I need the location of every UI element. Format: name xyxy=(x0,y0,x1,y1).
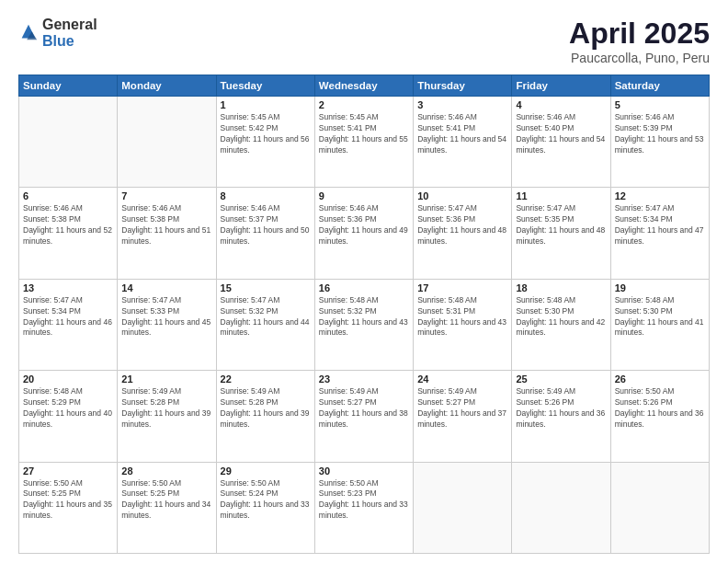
calendar-cell: 10Sunrise: 5:47 AM Sunset: 5:36 PM Dayli… xyxy=(414,188,512,279)
calendar-cell: 9Sunrise: 5:46 AM Sunset: 5:36 PM Daylig… xyxy=(314,188,413,279)
logo-general: General xyxy=(42,17,97,32)
day-info: Sunrise: 5:49 AM Sunset: 5:27 PM Dayligh… xyxy=(319,386,409,431)
calendar-cell: 23Sunrise: 5:49 AM Sunset: 5:27 PM Dayli… xyxy=(314,371,413,462)
day-number: 27 xyxy=(23,465,113,477)
day-info: Sunrise: 5:50 AM Sunset: 5:24 PM Dayligh… xyxy=(221,478,311,523)
calendar-week-3: 13Sunrise: 5:47 AM Sunset: 5:34 PM Dayli… xyxy=(19,279,710,370)
header-sunday: Sunday xyxy=(19,75,118,97)
calendar-cell xyxy=(414,462,512,553)
calendar-cell: 6Sunrise: 5:46 AM Sunset: 5:38 PM Daylig… xyxy=(19,188,118,279)
calendar-week-5: 27Sunrise: 5:50 AM Sunset: 5:25 PM Dayli… xyxy=(19,462,710,553)
day-number: 8 xyxy=(221,190,311,201)
day-number: 7 xyxy=(121,190,211,201)
day-number: 2 xyxy=(319,99,409,110)
day-info: Sunrise: 5:46 AM Sunset: 5:37 PM Dayligh… xyxy=(221,203,311,247)
calendar-cell: 8Sunrise: 5:46 AM Sunset: 5:37 PM Daylig… xyxy=(216,188,314,279)
calendar-cell: 14Sunrise: 5:47 AM Sunset: 5:33 PM Dayli… xyxy=(118,279,216,370)
calendar-cell: 3Sunrise: 5:46 AM Sunset: 5:41 PM Daylig… xyxy=(414,97,512,188)
calendar-cell: 26Sunrise: 5:50 AM Sunset: 5:26 PM Dayli… xyxy=(610,371,709,462)
day-info: Sunrise: 5:47 AM Sunset: 5:35 PM Dayligh… xyxy=(516,203,606,247)
calendar-cell: 24Sunrise: 5:49 AM Sunset: 5:27 PM Dayli… xyxy=(414,371,512,462)
day-number: 4 xyxy=(516,99,606,110)
calendar-cell xyxy=(610,462,709,553)
calendar-cell: 2Sunrise: 5:45 AM Sunset: 5:41 PM Daylig… xyxy=(314,97,413,188)
day-number: 28 xyxy=(121,465,211,477)
day-info: Sunrise: 5:48 AM Sunset: 5:31 PM Dayligh… xyxy=(417,295,507,339)
calendar-cell: 19Sunrise: 5:48 AM Sunset: 5:30 PM Dayli… xyxy=(610,279,709,370)
page: General Blue April 2025 Paucarcolla, Pun… xyxy=(0,0,728,563)
weekday-header-row: Sunday Monday Tuesday Wednesday Thursday… xyxy=(19,75,710,97)
day-number: 3 xyxy=(417,99,507,110)
day-number: 22 xyxy=(221,373,311,385)
calendar-cell: 15Sunrise: 5:47 AM Sunset: 5:32 PM Dayli… xyxy=(216,279,314,370)
calendar-cell xyxy=(512,462,610,553)
day-info: Sunrise: 5:46 AM Sunset: 5:39 PM Dayligh… xyxy=(615,112,705,156)
day-number: 21 xyxy=(121,373,211,385)
calendar-cell: 12Sunrise: 5:47 AM Sunset: 5:34 PM Dayli… xyxy=(610,188,709,279)
calendar-week-1: 1Sunrise: 5:45 AM Sunset: 5:42 PM Daylig… xyxy=(19,97,710,188)
day-info: Sunrise: 5:50 AM Sunset: 5:25 PM Dayligh… xyxy=(121,478,211,523)
day-info: Sunrise: 5:50 AM Sunset: 5:26 PM Dayligh… xyxy=(615,386,705,431)
day-info: Sunrise: 5:48 AM Sunset: 5:32 PM Dayligh… xyxy=(319,295,409,339)
day-number: 14 xyxy=(121,282,211,293)
calendar-cell: 5Sunrise: 5:46 AM Sunset: 5:39 PM Daylig… xyxy=(610,97,709,188)
day-number: 1 xyxy=(221,99,311,110)
logo-blue: Blue xyxy=(42,33,74,49)
day-info: Sunrise: 5:47 AM Sunset: 5:34 PM Dayligh… xyxy=(23,295,113,339)
day-info: Sunrise: 5:48 AM Sunset: 5:30 PM Dayligh… xyxy=(615,295,705,339)
day-info: Sunrise: 5:45 AM Sunset: 5:42 PM Dayligh… xyxy=(221,112,311,156)
day-number: 9 xyxy=(319,190,409,201)
logo-icon xyxy=(18,23,39,43)
calendar-cell: 1Sunrise: 5:45 AM Sunset: 5:42 PM Daylig… xyxy=(216,97,314,188)
header-friday: Friday xyxy=(512,75,610,97)
calendar-cell: 16Sunrise: 5:48 AM Sunset: 5:32 PM Dayli… xyxy=(314,279,413,370)
day-number: 6 xyxy=(23,190,113,201)
day-number: 20 xyxy=(23,373,113,385)
day-number: 13 xyxy=(23,282,113,293)
day-number: 26 xyxy=(615,373,705,385)
title-month: April 2025 xyxy=(569,17,710,51)
header-monday: Monday xyxy=(118,75,216,97)
day-info: Sunrise: 5:46 AM Sunset: 5:36 PM Dayligh… xyxy=(319,203,409,247)
calendar-cell: 30Sunrise: 5:50 AM Sunset: 5:23 PM Dayli… xyxy=(314,462,413,553)
calendar-cell: 27Sunrise: 5:50 AM Sunset: 5:25 PM Dayli… xyxy=(19,462,118,553)
header-wednesday: Wednesday xyxy=(314,75,413,97)
day-number: 5 xyxy=(615,99,705,110)
day-info: Sunrise: 5:47 AM Sunset: 5:36 PM Dayligh… xyxy=(417,203,507,247)
day-number: 19 xyxy=(615,282,705,293)
calendar-cell: 4Sunrise: 5:46 AM Sunset: 5:40 PM Daylig… xyxy=(512,97,610,188)
calendar-week-4: 20Sunrise: 5:48 AM Sunset: 5:29 PM Dayli… xyxy=(19,371,710,462)
header-thursday: Thursday xyxy=(414,75,512,97)
day-number: 15 xyxy=(221,282,311,293)
day-info: Sunrise: 5:47 AM Sunset: 5:33 PM Dayligh… xyxy=(121,295,211,339)
day-info: Sunrise: 5:49 AM Sunset: 5:28 PM Dayligh… xyxy=(221,386,311,431)
calendar-cell: 13Sunrise: 5:47 AM Sunset: 5:34 PM Dayli… xyxy=(19,279,118,370)
day-number: 16 xyxy=(319,282,409,293)
day-number: 29 xyxy=(221,465,311,477)
header-saturday: Saturday xyxy=(610,75,709,97)
day-info: Sunrise: 5:48 AM Sunset: 5:30 PM Dayligh… xyxy=(516,295,606,339)
calendar-cell xyxy=(118,97,216,188)
day-info: Sunrise: 5:47 AM Sunset: 5:34 PM Dayligh… xyxy=(615,203,705,247)
day-info: Sunrise: 5:46 AM Sunset: 5:38 PM Dayligh… xyxy=(121,203,211,247)
day-info: Sunrise: 5:45 AM Sunset: 5:41 PM Dayligh… xyxy=(319,112,409,156)
day-info: Sunrise: 5:48 AM Sunset: 5:29 PM Dayligh… xyxy=(23,386,113,431)
day-number: 23 xyxy=(319,373,409,385)
day-info: Sunrise: 5:49 AM Sunset: 5:27 PM Dayligh… xyxy=(417,386,507,431)
calendar-cell: 11Sunrise: 5:47 AM Sunset: 5:35 PM Dayli… xyxy=(512,188,610,279)
day-number: 12 xyxy=(615,190,705,201)
logo: General Blue xyxy=(18,17,97,50)
calendar-cell: 25Sunrise: 5:49 AM Sunset: 5:26 PM Dayli… xyxy=(512,371,610,462)
day-info: Sunrise: 5:46 AM Sunset: 5:40 PM Dayligh… xyxy=(516,112,606,156)
day-number: 30 xyxy=(319,465,409,477)
calendar-cell: 18Sunrise: 5:48 AM Sunset: 5:30 PM Dayli… xyxy=(512,279,610,370)
calendar-cell: 21Sunrise: 5:49 AM Sunset: 5:28 PM Dayli… xyxy=(118,371,216,462)
calendar-cell xyxy=(19,97,118,188)
logo-text: General Blue xyxy=(42,17,97,50)
day-number: 25 xyxy=(516,373,606,385)
calendar-cell: 28Sunrise: 5:50 AM Sunset: 5:25 PM Dayli… xyxy=(118,462,216,553)
day-info: Sunrise: 5:49 AM Sunset: 5:26 PM Dayligh… xyxy=(516,386,606,431)
day-info: Sunrise: 5:49 AM Sunset: 5:28 PM Dayligh… xyxy=(121,386,211,431)
calendar-table: Sunday Monday Tuesday Wednesday Thursday… xyxy=(18,75,710,554)
calendar-cell: 20Sunrise: 5:48 AM Sunset: 5:29 PM Dayli… xyxy=(19,371,118,462)
